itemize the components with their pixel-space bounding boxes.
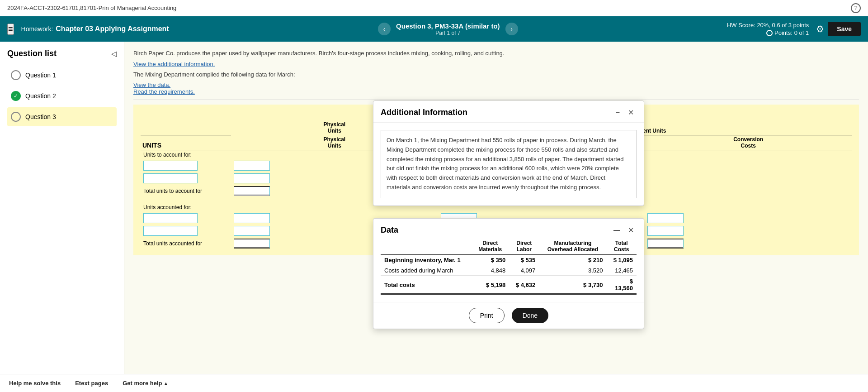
row1-label-field[interactable] <box>143 161 198 171</box>
modal-data-close[interactable]: ✕ <box>625 225 637 235</box>
nav-center: ‹ Question 3, PM3-33A (similar to) Part … <box>169 22 727 36</box>
save-button[interactable]: Save <box>828 22 861 36</box>
added-moa: 3,520 <box>539 265 606 276</box>
hamburger-button[interactable]: ≡ <box>7 24 14 35</box>
total-label: Total costs <box>381 276 471 294</box>
etext-pages-link[interactable]: Etext pages <box>75 380 108 387</box>
beginning-dm: $ 350 <box>471 255 509 266</box>
cost-col-label <box>381 238 471 255</box>
added-label: Costs added during March <box>381 265 471 276</box>
modal-additional-header: Additional Information − ✕ <box>373 101 644 123</box>
question-sub: Part 1 of 7 <box>396 30 500 36</box>
data-table-container: Direct Materials Direct Labor Manufactur… <box>373 238 644 302</box>
top-bar-right: ? <box>851 3 861 13</box>
points-label: Points: <box>774 29 793 36</box>
modal-additional-minimize[interactable]: − <box>613 107 623 118</box>
nav-question-info: Question 3, PM3-33A (similar to) Part 1 … <box>396 22 500 36</box>
problem-text-2: The Mixing Department compiled the follo… <box>133 70 859 79</box>
problem-text-1: Birch Paper Co. produces the paper used … <box>133 49 859 58</box>
added-dm: 4,848 <box>471 265 509 276</box>
total-acc-cc-field[interactable] <box>647 239 684 249</box>
top-bar: 2024FA-ACCT-2302-61701,81701-Prin of Man… <box>0 0 868 16</box>
col-conversion-costs: Conversion Costs <box>645 135 852 150</box>
col-header-units <box>141 120 231 135</box>
total-to-account-field[interactable] <box>234 186 270 196</box>
read-requirements-link[interactable]: Read the requirements. <box>133 88 195 95</box>
hw-score: HW Score: 20%, 0.6 of 3 points <box>727 22 809 29</box>
hw-label: Homework: <box>21 25 53 33</box>
q3-status-icon <box>11 112 21 122</box>
acc-row2-pu-field[interactable] <box>234 226 270 236</box>
added-total: 12,465 <box>606 265 637 276</box>
cost-row-total: Total costs $ 5,198 $ 4,632 $ 3,730 $ 13… <box>381 276 637 294</box>
acc-row1-label-input[interactable] <box>141 212 231 225</box>
modal-data-footer: Print Done <box>373 302 644 329</box>
acc-row1-cc-field[interactable] <box>647 213 684 223</box>
course-title: 2024FA-ACCT-2302-61701,81701-Prin of Man… <box>7 5 176 11</box>
cost-table: Direct Materials Direct Labor Manufactur… <box>381 238 637 295</box>
modal-additional-title: Additional Information <box>381 108 467 117</box>
acc-row2-label-input[interactable] <box>141 225 231 237</box>
total-acc-pu-field[interactable] <box>234 239 270 249</box>
minimize-icon <box>613 230 620 231</box>
row2-label-field[interactable] <box>143 173 198 183</box>
hw-score-value: 20%, 0.6 of 3 points <box>757 22 809 29</box>
sidebar-title: Question list <box>7 49 57 58</box>
cost-col-total: Total Costs <box>606 238 637 255</box>
beginning-label: Beginning inventory, Mar. 1 <box>381 255 471 266</box>
sidebar: Question list ◁ Question 1 ✓ Question 2 … <box>0 42 124 374</box>
acc-row1-label-field[interactable] <box>143 213 198 223</box>
acc-row1-pu-field[interactable] <box>234 213 270 223</box>
get-more-help-link[interactable]: Get more help <box>123 380 168 387</box>
q1-label: Question 1 <box>25 72 56 79</box>
row1-physical-field[interactable] <box>234 161 270 171</box>
added-dl: 4,097 <box>509 265 539 276</box>
col-units-label: UNITS <box>141 135 231 150</box>
beginning-moa: $ 210 <box>539 255 606 266</box>
modal-data-title: Data <box>381 225 398 235</box>
nav-prev-button[interactable]: ‹ <box>378 23 391 35</box>
sidebar-item-question3[interactable]: Question 3 <box>7 107 117 126</box>
settings-button[interactable]: ⚙ <box>816 24 824 34</box>
modal-data-header: Data ✕ <box>373 219 644 238</box>
hw-title: Chapter 03 Applying Assignment <box>56 25 169 33</box>
q3-label: Question 3 <box>25 113 56 120</box>
header-nav: ≡ Homework: Chapter 03 Applying Assignme… <box>0 16 868 42</box>
cost-row-added: Costs added during March 4,848 4,097 3,5… <box>381 265 637 276</box>
units-to-account-label: Units to account for: <box>141 150 231 159</box>
content-area: Birch Paper Co. produces the paper used … <box>124 42 868 374</box>
points-value: 0 of 1 <box>794 29 809 36</box>
beginning-total: $ 1,095 <box>606 255 637 266</box>
acc-row2-cc-field[interactable] <box>647 226 684 236</box>
row1-label-input[interactable] <box>141 159 231 172</box>
hw-score-label: HW Score: <box>727 22 755 29</box>
view-additional-link[interactable]: View the additional information. <box>133 61 215 67</box>
beginning-dl: $ 535 <box>509 255 539 266</box>
collapse-sidebar-button[interactable]: ◁ <box>111 49 117 58</box>
cost-col-dl: Direct Labor <box>509 238 539 255</box>
q1-status-icon <box>11 70 21 80</box>
modal-additional: Additional Information − ✕ On March 1, t… <box>373 100 644 206</box>
row2-physical-field[interactable] <box>234 173 270 183</box>
nav-score-area: HW Score: 20%, 0.6 of 3 points Points: 0… <box>727 22 809 36</box>
help-icon[interactable]: ? <box>851 3 861 13</box>
modal-additional-body: On March 1, the Mixing Department had 55… <box>373 123 644 206</box>
sidebar-item-question2[interactable]: ✓ Question 2 <box>7 86 117 105</box>
row2-label-input[interactable] <box>141 172 231 185</box>
total-total: $ 13,560 <box>606 276 637 294</box>
modal-data-minimize[interactable] <box>611 225 623 235</box>
view-data-link[interactable]: View the data. <box>133 81 170 88</box>
acc-row2-label-field[interactable] <box>143 226 198 236</box>
nav-next-button[interactable]: › <box>505 23 518 35</box>
modal-additional-text: On March 1, the Mixing Department had 55… <box>381 130 637 198</box>
done-button[interactable]: Done <box>512 308 548 323</box>
help-me-solve-link[interactable]: Help me solve this <box>9 380 61 387</box>
total-accounted-label: Total units accounted for <box>141 237 231 250</box>
sidebar-item-question1[interactable]: Question 1 <box>7 66 117 85</box>
modal-data-controls: ✕ <box>611 225 637 235</box>
print-button[interactable]: Print <box>469 308 505 323</box>
modal-additional-close[interactable]: ✕ <box>625 107 637 118</box>
sidebar-header: Question list ◁ <box>7 49 117 58</box>
cost-col-dm: Direct Materials <box>471 238 509 255</box>
question-title: Question 3, PM3-33A (similar to) <box>396 22 500 30</box>
